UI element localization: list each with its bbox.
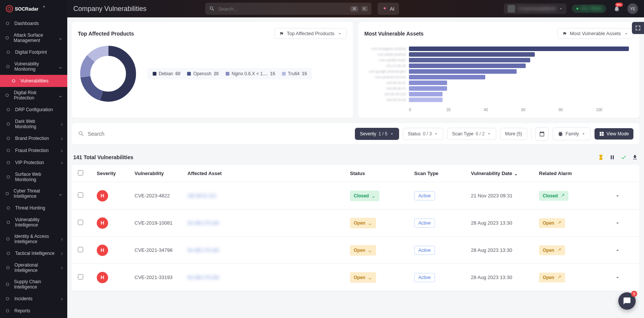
table-search[interactable]: [78, 130, 351, 137]
search-icon: [78, 130, 85, 137]
user-avatar[interactable]: YE: [627, 3, 638, 14]
sidebar-item-drp-configuration[interactable]: DRP Configuration: [0, 104, 67, 116]
status-pill[interactable]: Open ⌄: [350, 272, 376, 283]
bar-row[interactable]: 151.21.86.30: [364, 64, 633, 68]
bar-row[interactable]: 146.80.54.41: [364, 81, 633, 85]
action-pending[interactable]: [598, 154, 604, 160]
trial-badge[interactable]: 471 TRIAL: [572, 5, 606, 13]
sidebar-item-operational-intelligence[interactable]: Operational Intelligence›: [0, 259, 67, 276]
sidebar-item-vulnerability-monitoring[interactable]: Vulnerability Monitoring⌄: [0, 58, 67, 75]
row-checkbox[interactable]: [78, 192, 83, 198]
filter-date-button[interactable]: [535, 127, 549, 141]
global-search[interactable]: ⌘ K: [205, 3, 372, 15]
row-expand-button[interactable]: [615, 275, 633, 281]
view-mode-button[interactable]: View Mode: [594, 128, 633, 140]
bar-row[interactable]: com.google.android.gms: [364, 69, 633, 74]
row-checkbox[interactable]: [78, 220, 83, 225]
status-pill[interactable]: Closed ⌄: [350, 191, 379, 201]
legend-item[interactable]: Nginx 0.6.X < 1.... 15: [226, 71, 275, 76]
affected-asset[interactable]: 54.188.175.164: [187, 248, 219, 253]
action-download[interactable]: [632, 154, 638, 160]
bar-row[interactable]: com.android.chrome: [364, 75, 633, 79]
bar-row[interactable]: 146.80.53.69: [364, 98, 633, 102]
expand-sidepanel-button[interactable]: [632, 22, 644, 34]
action-pause[interactable]: [609, 154, 615, 160]
cve-id[interactable]: CVE-2021-33193: [135, 275, 187, 280]
sidebar-item-incidents[interactable]: Incidents›: [0, 293, 67, 305]
affected-asset[interactable]: 54.188.175.164: [187, 220, 219, 226]
related-alarm-pill[interactable]: Open: [539, 245, 565, 255]
related-alarm-pill[interactable]: Open: [539, 273, 565, 282]
sidebar-item-attack-surface-management[interactable]: Attack Surface Management⌄: [0, 29, 67, 46]
filter-scantype[interactable]: Scan Type 0 / 2: [447, 128, 496, 140]
sidebar-item-dashboards[interactable]: Dashboards: [0, 17, 67, 29]
table-search-input[interactable]: [88, 131, 351, 137]
most-vulnerable-dropdown[interactable]: Most Vulnerable Assets: [557, 28, 633, 39]
col-scantype[interactable]: Scan Type: [414, 171, 471, 176]
related-alarm-pill[interactable]: Open: [539, 218, 565, 228]
global-search-input[interactable]: [218, 6, 347, 12]
chess-icon: [5, 250, 11, 256]
cve-id[interactable]: CVE-2023-4822: [135, 193, 187, 199]
bug-icon: [557, 131, 564, 137]
legend-value: 15: [302, 71, 307, 76]
notification-bell[interactable]: 99+: [611, 3, 622, 14]
bar-row[interactable]: com.spotify.music: [364, 58, 633, 62]
status-pill[interactable]: Open ⌄: [350, 218, 376, 228]
sidebar-item-reports[interactable]: Reports: [0, 305, 67, 317]
sidebar-item-label: Vulnerability Intelligence: [15, 217, 63, 228]
row-checkbox[interactable]: [78, 274, 83, 279]
sidebar-item-surface-web-monitoring[interactable]: Surface Web Monitoring: [0, 169, 67, 185]
filter-status[interactable]: Status 0 / 3: [403, 128, 443, 140]
sidebar-item-fraud-protection[interactable]: Fraud Protection›: [0, 144, 67, 157]
related-alarm-pill[interactable]: Closed: [539, 191, 568, 201]
sidebar-item-dark-web-monitoring[interactable]: Dark Web Monitoring›: [0, 116, 67, 132]
cve-id[interactable]: CVE-2019-10081: [135, 220, 187, 226]
col-vulnerability[interactable]: Vulnerability: [135, 171, 187, 176]
top-products-dropdown[interactable]: Top Affected Products: [274, 28, 347, 39]
sidebar-item-vulnerability-intelligence[interactable]: Vulnerability Intelligence: [0, 214, 67, 231]
row-expand-button[interactable]: [615, 220, 633, 226]
row-checkbox[interactable]: [78, 247, 83, 252]
bar-row[interactable]: 146.88.89.71: [364, 86, 633, 91]
col-date[interactable]: Vulnerability Date: [471, 171, 539, 176]
svg-point-22: [6, 283, 9, 286]
col-severity[interactable]: Severity: [97, 171, 135, 176]
bar-chart: com.instagram.androidcom.twitter.android…: [364, 43, 633, 106]
sidebar-item-cyber-threat-intelligence[interactable]: Cyber Threat Intelligence⌄: [0, 185, 67, 202]
affected-asset[interactable]: 192.99.51.211: [187, 193, 217, 199]
sidebar-item-tactical-intelligence[interactable]: Tactical Intelligence›: [0, 247, 67, 259]
sidebar-item-threat-hunting[interactable]: Threat Hunting: [0, 202, 67, 214]
sidebar-item-supply-chain-intelligence[interactable]: Supply Chain Intelligence: [0, 276, 67, 293]
sidebar-item-identity-access-intelligence[interactable]: Identity & Access Intelligence›: [0, 231, 67, 247]
bar-row[interactable]: 146.80.35.218: [364, 92, 633, 96]
sidebar-item-vip-protection[interactable]: VIP Protection›: [0, 157, 67, 169]
sidebar-item-vulnerabilities[interactable]: Vulnerabilities: [0, 75, 67, 87]
select-all-checkbox[interactable]: [78, 170, 83, 175]
cve-id[interactable]: CVE-2021-34798: [135, 247, 187, 253]
affected-asset[interactable]: 54.188.175.164: [187, 275, 219, 280]
sidebar-item-brand-protection[interactable]: Brand Protection›: [0, 132, 67, 144]
filter-severity[interactable]: Severity 1 / 5: [355, 128, 399, 140]
org-selector[interactable]: CrowAnimateBonk: [504, 3, 566, 14]
row-expand-button[interactable]: [615, 193, 633, 199]
legend-item[interactable]: Tru64 15: [282, 71, 307, 76]
filter-family[interactable]: Family: [553, 127, 591, 140]
sidebar-item-digital-risk-protection[interactable]: Digital Risk Protection⌄: [0, 87, 67, 104]
bar-row[interactable]: com.instagram.android: [364, 47, 633, 51]
bar-track: [409, 81, 633, 85]
filter-more[interactable]: More (5): [500, 128, 527, 140]
status-pill[interactable]: Open ⌄: [350, 245, 376, 256]
action-resolve[interactable]: [621, 154, 627, 160]
logo[interactable]: SOCRadar ®: [0, 0, 67, 17]
legend-item[interactable]: Debian 60: [153, 71, 180, 76]
bar-row[interactable]: com.twitter.android: [364, 52, 633, 57]
chat-fab[interactable]: 9: [618, 292, 636, 310]
row-expand-button[interactable]: [615, 247, 633, 253]
col-asset[interactable]: Affected Asset: [187, 171, 350, 176]
ai-button[interactable]: AI: [378, 3, 399, 15]
sidebar-item-digital-footprint[interactable]: Digital Footprint: [0, 46, 67, 58]
col-status[interactable]: Status: [350, 171, 414, 176]
legend-item[interactable]: Openssh 20: [187, 71, 218, 76]
col-alarm[interactable]: Related Alarm: [539, 171, 615, 176]
